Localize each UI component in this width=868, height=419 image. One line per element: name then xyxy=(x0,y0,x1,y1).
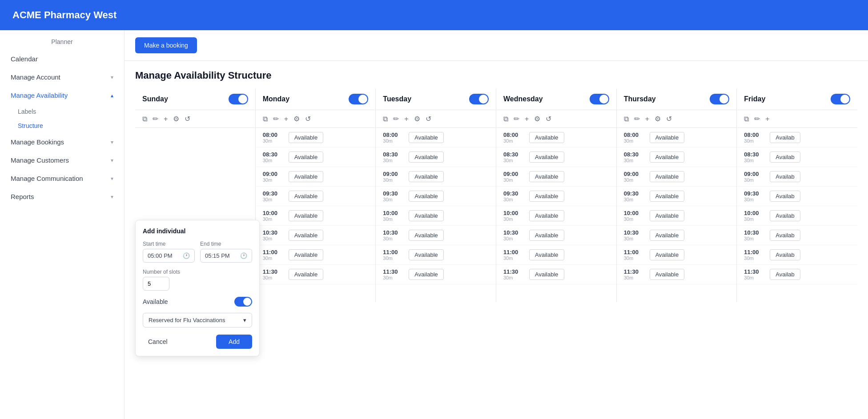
sidebar-item-manage-customers[interactable]: Manage Customers ▾ xyxy=(0,151,124,169)
chevron-down-icon: ▾ xyxy=(111,74,113,80)
settings-icon-thursday[interactable]: ⚙ xyxy=(655,115,661,123)
edit-icon-sunday[interactable]: ✏ xyxy=(153,115,158,123)
day-column-friday: Friday ⧉ ✏ + 08:0030mAvailab 08:3030mAva… xyxy=(737,88,857,302)
ts-tue-1130: 11:3030mAvailable xyxy=(376,265,496,284)
add-icon-thursday[interactable]: + xyxy=(645,115,649,123)
popup-actions: Cancel Add xyxy=(143,335,252,349)
content-area: Make a booking Manage Availability Struc… xyxy=(125,30,868,419)
end-time-input[interactable]: 05:15 PM 🕐 xyxy=(200,249,252,263)
day-header-monday: Monday xyxy=(256,88,376,110)
copy-icon-friday[interactable]: ⧉ xyxy=(744,115,749,123)
settings-icon-wednesday[interactable]: ⚙ xyxy=(534,115,540,123)
day-name-friday: Friday xyxy=(744,95,765,103)
make-booking-button[interactable]: Make a booking xyxy=(135,37,197,53)
sidebar-item-label-manage-communication: Manage Communication xyxy=(11,175,83,182)
add-icon-wednesday[interactable]: + xyxy=(525,115,529,123)
ts-mon-1130: 11:3030mAvailable xyxy=(256,265,376,284)
sub-item-label-labels: Labels xyxy=(18,108,36,115)
ts-fri-1100: 11:0030mAvailab xyxy=(737,245,857,265)
copy-icon-monday[interactable]: ⧉ xyxy=(263,115,268,123)
add-icon-friday[interactable]: + xyxy=(765,115,769,123)
friday-toggle[interactable] xyxy=(831,94,850,104)
app-header: ACME Pharmacy West xyxy=(0,0,868,30)
wednesday-toggle[interactable] xyxy=(590,94,609,104)
ts-thu-0830: 08:3030mAvailable xyxy=(617,148,737,167)
slots-label: Number of slots xyxy=(143,269,252,275)
ts-thu-1000: 10:0030mAvailable xyxy=(617,206,737,226)
edit-icon-monday[interactable]: ✏ xyxy=(273,115,279,123)
chevron-up-icon: ▴ xyxy=(111,92,113,99)
undo-icon-sunday[interactable]: ↺ xyxy=(185,115,190,123)
slots-input[interactable] xyxy=(143,277,169,291)
day-column-tuesday: Tuesday ⧉ ✏ + ⚙ ↺ 08:0030mAvailable 08:3… xyxy=(376,88,496,302)
available-row: Available xyxy=(143,297,252,307)
copy-icon-wednesday[interactable]: ⧉ xyxy=(503,115,508,123)
vaccination-dropdown[interactable]: Reserved for Flu Vaccinations ▾ xyxy=(143,313,252,327)
tuesday-toggle[interactable] xyxy=(469,94,489,104)
settings-icon-sunday[interactable]: ⚙ xyxy=(173,115,179,123)
edit-icon-wednesday[interactable]: ✏ xyxy=(514,115,519,123)
day-actions-friday: ⧉ ✏ + xyxy=(737,110,857,128)
sidebar-item-label-calendar: Calendar xyxy=(11,55,38,63)
sidebar-item-manage-communication[interactable]: Manage Communication ▾ xyxy=(0,169,124,188)
copy-icon-tuesday[interactable]: ⧉ xyxy=(383,115,388,123)
monday-toggle[interactable] xyxy=(349,94,368,104)
add-icon-monday[interactable]: + xyxy=(284,115,288,123)
sidebar-item-manage-bookings[interactable]: Manage Bookings ▾ xyxy=(0,133,124,151)
ts-wed-0800: 08:0030mAvailable xyxy=(496,128,616,148)
start-time-value: 05:00 PM xyxy=(148,252,173,259)
settings-icon-tuesday[interactable]: ⚙ xyxy=(414,115,420,123)
undo-icon-tuesday[interactable]: ↺ xyxy=(426,115,431,123)
sidebar-sub-item-labels[interactable]: Labels xyxy=(0,104,124,119)
day-header-wednesday: Wednesday xyxy=(496,88,616,110)
edit-icon-thursday[interactable]: ✏ xyxy=(634,115,640,123)
undo-icon-thursday[interactable]: ↺ xyxy=(666,115,672,123)
add-icon-tuesday[interactable]: + xyxy=(404,115,408,123)
add-button[interactable]: Add xyxy=(216,335,252,349)
edit-icon-friday[interactable]: ✏ xyxy=(754,115,760,123)
ts-mon-0930: 09:3030mAvailable xyxy=(256,187,376,206)
dropdown-label: Reserved for Flu Vaccinations xyxy=(149,317,225,323)
ts-wed-0830: 08:3030mAvailable xyxy=(496,148,616,167)
main-layout: Planner Calendar Manage Account ▾ Manage… xyxy=(0,30,868,419)
cancel-button[interactable]: Cancel xyxy=(143,335,173,349)
day-actions-wednesday: ⧉ ✏ + ⚙ ↺ xyxy=(496,110,616,128)
sidebar-sub-item-structure[interactable]: Structure xyxy=(0,119,124,133)
ts-wed-1130: 11:3030mAvailable xyxy=(496,265,616,284)
sidebar-item-reports[interactable]: Reports ▾ xyxy=(0,188,124,206)
ts-fri-0930: 09:3030mAvailab xyxy=(737,187,857,206)
thursday-toggle[interactable] xyxy=(710,94,729,104)
available-toggle[interactable] xyxy=(234,297,252,307)
day-header-thursday: Thursday xyxy=(617,88,737,110)
add-individual-popup: Add individual Start time 05:00 PM 🕐 E xyxy=(135,220,260,356)
end-time-label: End time xyxy=(200,241,252,247)
sidebar-item-manage-account[interactable]: Manage Account ▾ xyxy=(0,68,124,86)
day-actions-monday: ⧉ ✏ + ⚙ ↺ xyxy=(256,110,376,128)
day-name-sunday: Sunday xyxy=(142,95,168,103)
edit-icon-tuesday[interactable]: ✏ xyxy=(393,115,399,123)
time-row: Start time 05:00 PM 🕐 End time 05:15 PM xyxy=(143,241,252,263)
copy-icon-thursday[interactable]: ⧉ xyxy=(624,115,629,123)
sidebar-item-label-manage-account: Manage Account xyxy=(11,73,60,81)
chevron-down-icon-customers: ▾ xyxy=(111,157,113,164)
sidebar-item-calendar[interactable]: Calendar xyxy=(0,50,124,68)
sidebar-item-manage-availability[interactable]: Manage Availability ▴ xyxy=(0,86,124,104)
add-icon-sunday[interactable]: + xyxy=(164,115,168,123)
day-name-wednesday: Wednesday xyxy=(503,95,543,103)
ts-tue-0830: 08:3030mAvailable xyxy=(376,148,496,167)
day-column-monday: Monday ⧉ ✏ + ⚙ ↺ 08:0030mAvailable 08:30… xyxy=(256,88,376,302)
start-time-input[interactable]: 05:00 PM 🕐 xyxy=(143,249,195,263)
sunday-toggle[interactable] xyxy=(229,94,248,104)
ts-tue-0900: 09:0030mAvailable xyxy=(376,167,496,187)
day-header-tuesday: Tuesday xyxy=(376,88,496,110)
ts-tue-0800: 08:0030mAvailable xyxy=(376,128,496,148)
undo-icon-wednesday[interactable]: ↺ xyxy=(546,115,551,123)
ts-fri-0800: 08:0030mAvailab xyxy=(737,128,857,148)
settings-icon-monday[interactable]: ⚙ xyxy=(293,115,300,123)
calendar-container: Sunday ⧉ ✏ + ⚙ ↺ Add individual xyxy=(125,88,868,419)
day-column-wednesday: Wednesday ⧉ ✏ + ⚙ ↺ 08:0030mAvailable 08… xyxy=(496,88,617,302)
ts-fri-1030: 10:3030mAvailab xyxy=(737,226,857,245)
slots-field: Number of slots xyxy=(143,269,252,291)
copy-icon-sunday[interactable]: ⧉ xyxy=(142,115,147,123)
undo-icon-monday[interactable]: ↺ xyxy=(305,115,311,123)
